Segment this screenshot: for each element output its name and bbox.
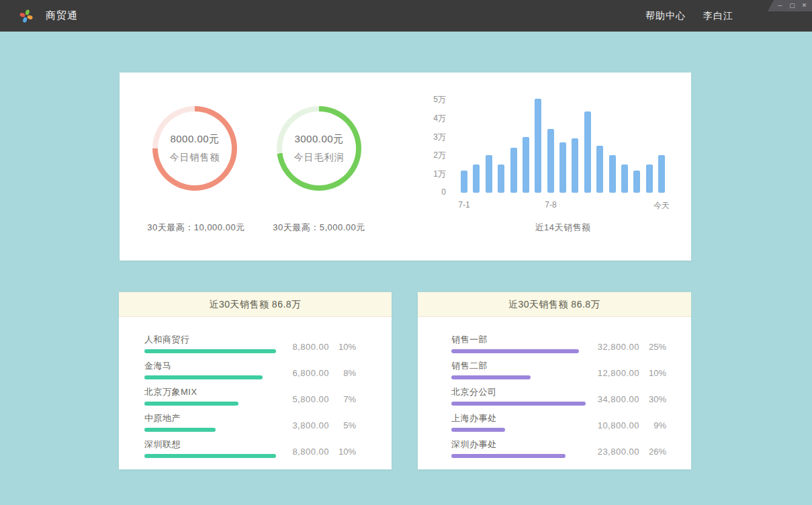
close-button[interactable]: ✕ xyxy=(801,0,808,11)
today-profit-value: 3000.00元 xyxy=(294,133,343,146)
y-tick-label: 5万 xyxy=(415,94,446,105)
list-item: 中原地产3,800.005% xyxy=(144,406,356,432)
item-name: 深圳联想 xyxy=(144,439,276,450)
y-tick-label: 3万 xyxy=(415,132,446,143)
item-progress-bar xyxy=(144,402,238,406)
chart-bar xyxy=(621,165,628,193)
item-value: 8,800.00 xyxy=(281,342,329,352)
list-item: 深圳联想8,800.0010% xyxy=(144,432,356,458)
item-progress-bar xyxy=(451,402,586,406)
maximize-button[interactable]: ▢ xyxy=(788,0,796,11)
chart-bar xyxy=(584,111,591,193)
titlebar: 商贸通 帮助中心 李白江 ─ ▢ ✕ xyxy=(0,0,812,32)
item-name: 销售二部 xyxy=(451,361,531,371)
list-item: 北京万象MIX5,800.007% xyxy=(144,379,356,406)
item-percent: 30% xyxy=(639,394,666,404)
list-item: 人和商贸行8,800.0010% xyxy=(144,327,356,353)
today-profit-donut: 3000.00元 今日毛利润 xyxy=(277,106,361,191)
chart-bar xyxy=(510,148,517,193)
item-percent: 7% xyxy=(329,394,356,404)
minimize-button[interactable]: ─ xyxy=(776,0,784,11)
item-progress-bar xyxy=(451,428,505,432)
item-progress-bar xyxy=(451,454,566,458)
item-progress-bar xyxy=(144,349,276,353)
list-item: 销售一部32,800.0025% xyxy=(451,327,666,353)
chart-bar xyxy=(473,165,480,193)
chart-bar xyxy=(609,155,616,193)
chart-bar xyxy=(596,146,603,193)
chart-bar xyxy=(498,165,504,193)
item-percent: 10% xyxy=(329,447,356,457)
item-name: 上海办事处 xyxy=(451,413,505,424)
item-value: 8,800.00 xyxy=(281,447,329,457)
item-progress-bar xyxy=(451,375,531,379)
item-progress-bar xyxy=(451,349,579,353)
item-value: 10,800.00 xyxy=(591,420,639,430)
today-profit-label: 今日毛利润 xyxy=(294,152,345,164)
item-progress-bar xyxy=(144,428,216,432)
item-name: 北京分公司 xyxy=(451,387,586,398)
chart-bar xyxy=(646,165,653,193)
item-name: 人和商贸行 xyxy=(144,334,276,345)
chart-bar xyxy=(547,129,554,193)
item-percent: 5% xyxy=(329,420,356,430)
item-value: 32,800.00 xyxy=(591,342,639,352)
customer-rank-card: 近30天销售额 86.8万 人和商贸行8,800.0010%金海马6,800.0… xyxy=(119,292,392,469)
y-tick-label: 0 xyxy=(415,187,446,197)
y-tick-label: 2万 xyxy=(415,150,446,161)
app-title: 商贸通 xyxy=(46,9,78,22)
chart-bar xyxy=(523,137,529,193)
item-name: 销售一部 xyxy=(451,334,579,345)
chart-x-axis: 7-17-8今天 xyxy=(461,200,665,211)
department-rank-card: 近30天销售额 86.8万 销售一部32,800.0025%销售二部12,800… xyxy=(418,292,691,469)
item-name: 金海马 xyxy=(144,361,263,371)
item-percent: 10% xyxy=(639,368,666,378)
chart-bar xyxy=(559,142,566,193)
sales-14day-bar-chart xyxy=(461,97,665,193)
item-value: 6,800.00 xyxy=(281,368,329,378)
item-progress-bar xyxy=(144,375,263,379)
item-value: 12,800.00 xyxy=(591,368,639,378)
list-item: 深圳办事处23,800.0026% xyxy=(451,432,666,458)
chart-y-axis: 01万2万3万4万5万 xyxy=(415,97,446,205)
list-item: 上海办事处10,800.009% xyxy=(451,406,666,432)
item-percent: 8% xyxy=(329,368,356,378)
help-center-link[interactable]: 帮助中心 xyxy=(645,10,686,22)
list-item: 北京分公司34,800.0030% xyxy=(451,379,666,406)
x-tick-label: 今天 xyxy=(647,200,676,212)
item-value: 34,800.00 xyxy=(591,394,639,404)
x-tick-label: 7-8 xyxy=(536,200,566,210)
overview-card: 8000.00元 今日销售额 3000.00元 今日毛利润 30天最高：10,0… xyxy=(120,73,691,261)
today-sales-value: 8000.00元 xyxy=(170,133,219,146)
window-controls: ─ ▢ ✕ xyxy=(768,0,812,11)
department-rank-title: 近30天销售额 86.8万 xyxy=(418,292,691,317)
chart-bar xyxy=(572,138,578,193)
item-name: 北京万象MIX xyxy=(144,387,238,398)
item-progress-bar xyxy=(144,454,276,458)
chart-bar xyxy=(535,99,541,193)
x-tick-label: 7-1 xyxy=(449,200,479,210)
customer-rank-title: 近30天销售额 86.8万 xyxy=(119,292,392,317)
y-tick-label: 4万 xyxy=(415,113,446,124)
item-value: 23,800.00 xyxy=(591,447,639,457)
chart-bar xyxy=(461,171,467,193)
chart-bar xyxy=(633,171,640,193)
item-percent: 9% xyxy=(639,420,666,430)
item-name: 中原地产 xyxy=(144,413,216,424)
item-name: 深圳办事处 xyxy=(451,439,566,450)
chart-bar xyxy=(486,155,492,193)
today-sales-donut: 8000.00元 今日销售额 xyxy=(152,106,237,191)
today-sales-label: 今日销售额 xyxy=(170,152,220,164)
app-logo-icon xyxy=(19,9,34,24)
chart-bar xyxy=(658,155,665,193)
list-item: 销售二部12,800.0010% xyxy=(451,353,666,379)
item-value: 3,800.00 xyxy=(281,420,329,430)
user-name[interactable]: 李白江 xyxy=(703,10,733,22)
item-percent: 10% xyxy=(329,342,356,352)
item-percent: 25% xyxy=(639,342,666,352)
item-value: 5,800.00 xyxy=(281,394,329,404)
item-percent: 26% xyxy=(639,447,666,457)
list-item: 金海马6,800.008% xyxy=(144,353,356,379)
profit-30day-max-caption: 30天最高：5,000.00元 xyxy=(245,222,393,234)
y-tick-label: 1万 xyxy=(415,169,446,180)
